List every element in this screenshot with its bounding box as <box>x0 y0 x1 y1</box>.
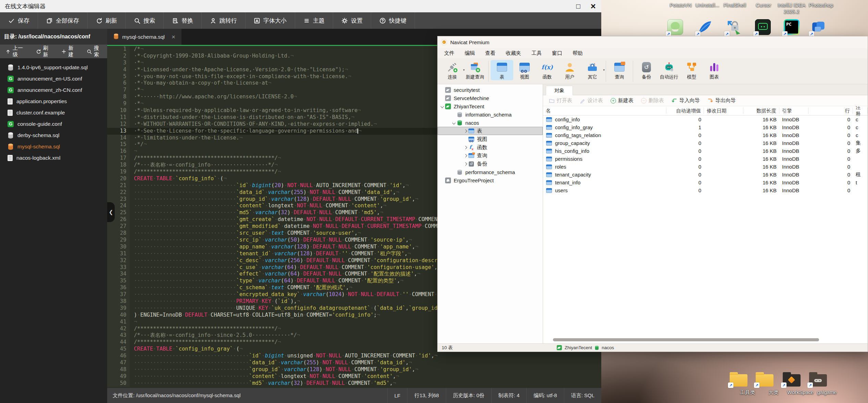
sidebar-plus-button[interactable]: 新建 <box>58 45 82 58</box>
menu-文件[interactable]: 文件 <box>439 50 460 57</box>
desktop-label-FinalShell[interactable]: FinalShell <box>724 2 746 8</box>
tree-expander[interactable] <box>463 155 468 157</box>
folder-shortcut-大类[interactable]: ↗ <box>756 371 773 387</box>
file-item-nacos-logback.xml[interactable]: nacos-logback.xml <box>0 152 107 163</box>
desktop-label-IntelliJ IDEA 2025.2[interactable]: IntelliJ IDEA 2025.2 <box>771 2 812 15</box>
file-item-derby-schema.sql[interactable]: derby-schema.sql <box>0 130 107 141</box>
file-item-application.properties[interactable]: application.properties <box>0 96 107 107</box>
sidebar-search-button[interactable]: 搜索 <box>83 45 107 58</box>
theme-button[interactable]: 主题 <box>295 12 333 29</box>
desktop-label-Uninstall...[interactable]: Uninstall... <box>695 2 719 8</box>
object-tool-import-wizard[interactable]: 导入向导 <box>668 97 703 104</box>
tree-item-performance_schema[interactable]: performance_schema <box>438 168 543 176</box>
sidebar-collapse-handle[interactable]: ❮ <box>107 202 115 222</box>
robot-terminal-shortcut[interactable]: ↗ <box>755 19 771 35</box>
tree-item-securitytest[interactable]: securitytest <box>438 86 543 94</box>
menu-工具[interactable]: 工具 <box>526 50 547 57</box>
file-item-console-guide.conf[interactable]: Gconsole-guide.conf <box>0 118 107 130</box>
blue-feather-shortcut[interactable]: ↗ <box>697 19 713 35</box>
column-header-5[interactable]: 行 <box>808 108 853 114</box>
menu-帮助[interactable]: 帮助 <box>567 50 588 57</box>
table-row-tenant_capacity[interactable]: tenant_capacity016 KBInnoDB0租 <box>543 171 868 179</box>
table-row-config_tags_relation[interactable]: config_tags_relation016 KBInnoDB0c <box>543 131 868 139</box>
column-header-4[interactable]: 引擎 <box>779 108 808 114</box>
navicat-tool-query[interactable]: 查询 <box>608 60 631 80</box>
column-header-0[interactable]: 名 <box>543 108 666 114</box>
remote-lock-shortcut[interactable]: ↗ <box>726 19 742 35</box>
sidebar-up-button[interactable]: 上一级 <box>2 45 31 58</box>
scrollbar-thumb[interactable] <box>553 338 819 341</box>
table-row-permissions[interactable]: permissions016 KBInnoDB0 <box>543 155 868 163</box>
tree-item-查询[interactable]: 查询 <box>438 151 543 160</box>
file-item-cluster.conf.example[interactable]: cluster.conf.example <box>0 107 107 118</box>
folder-shortcut-WorkSpace[interactable]: ↗ <box>783 371 801 387</box>
anime-girl-shortcut[interactable]: ↗ <box>667 19 683 35</box>
table-row-tenant_info[interactable]: tenant_info016 KBInnoDB0t <box>543 179 868 186</box>
desktop-label-PotatoVN[interactable]: PotatoVN <box>670 2 692 8</box>
tree-expander[interactable] <box>463 130 468 132</box>
table-row-his_config_info[interactable]: his_config_info016 KBInnoDB0多 <box>543 147 868 155</box>
shortcuts-button[interactable]: 快捷键 <box>371 12 415 29</box>
replace-button[interactable]: 替换 <box>164 12 202 29</box>
navicat-tool-connect[interactable]: 连接▾ <box>441 60 464 80</box>
maximize-button[interactable]: □ <box>576 3 580 10</box>
object-tool-new-table[interactable]: +新建表 <box>607 97 637 104</box>
folder-label-大类[interactable]: 大类 <box>768 389 779 396</box>
navicat-tool-backup[interactable]: ↺备份 <box>635 60 658 80</box>
navicat-tool-other[interactable]: 其它▾ <box>581 60 604 80</box>
tab-close-icon[interactable]: × <box>172 33 175 41</box>
refresh-button[interactable]: 刷新 <box>88 12 126 29</box>
navicat-tool-view[interactable]: oo视图 <box>513 60 536 80</box>
font-size-button[interactable]: 字体大小 <box>246 12 295 29</box>
column-header-3[interactable]: 数据长度 <box>743 108 779 114</box>
folder-label-工具类[interactable]: 工具类 <box>740 389 755 396</box>
folder-label-WorkSpace[interactable]: WorkSpace <box>787 389 814 395</box>
tree-item-函数[interactable]: fx函数 <box>438 143 543 151</box>
column-header-1[interactable]: 自动递增值 <box>666 108 704 114</box>
tree-expander[interactable] <box>463 146 468 149</box>
tree-expander[interactable] <box>451 122 456 124</box>
navicat-tool-new-query[interactable]: 新建查询 <box>464 60 486 80</box>
navicat-tool-user[interactable]: 用户 <box>558 60 581 80</box>
table-row-config_info[interactable]: config_info016 KBInnoDB0c <box>543 115 868 123</box>
tree-item-备份[interactable]: ↺备份 <box>438 160 543 168</box>
tree-item-ServceMechine[interactable]: ServceMechine <box>438 94 543 102</box>
folder-shortcut-galgame[interactable]: ↗ <box>809 371 827 387</box>
tree-item-表[interactable]: 表 <box>438 127 543 135</box>
navicat-tool-fx[interactable]: f(x)函数 <box>536 60 558 80</box>
tree-item-ZhiyanTecent[interactable]: ZhiyanTecent <box>438 102 543 110</box>
save-all-button[interactable]: 全部保存 <box>38 12 88 29</box>
table-row-roles[interactable]: roles016 KBInnoDB0 <box>543 163 868 171</box>
search-button[interactable]: 搜索 <box>126 12 164 29</box>
horizontal-scrollbar[interactable] <box>546 338 864 341</box>
pycharm-shortcut[interactable]: PC↗ <box>784 19 800 35</box>
dropdown-caret-icon[interactable]: ▾ <box>603 68 605 72</box>
close-button[interactable]: × <box>591 2 596 11</box>
column-header-2[interactable]: 修改日期 <box>704 108 743 114</box>
save-button[interactable]: 保存 <box>0 12 38 29</box>
settings-button[interactable]: 设置 <box>333 12 371 29</box>
tree-expander[interactable] <box>440 105 445 108</box>
tree-item-information_schema[interactable]: information_schema <box>438 110 543 119</box>
navicat-tool-chart[interactable]: 图表 <box>703 60 726 80</box>
breadcrumb-connection[interactable]: ZhiyanTecent <box>565 345 592 350</box>
desktop-label-Cursor[interactable]: Cursor <box>756 2 771 8</box>
table-row-config_info_gray[interactable]: config_info_gray116 KBInnoDB0c <box>543 123 868 131</box>
file-item-1.4.0-ipv6_support-update.sql[interactable]: 1.4.0-ipv6_support-update.sql <box>0 62 107 73</box>
menu-查看[interactable]: 查看 <box>480 50 501 57</box>
tree-expander[interactable] <box>463 163 468 165</box>
tab-objects[interactable]: 对象 <box>546 86 573 95</box>
tree-item-nacos[interactable]: nacos <box>438 119 543 127</box>
table-row-group_capacity[interactable]: group_capacity016 KBInnoDB0集 <box>543 139 868 147</box>
tab-mysql-schema[interactable]: mysql-schema.sql × <box>107 29 181 45</box>
file-item-announcement_zh-CN.conf[interactable]: Gannouncement_zh-CN.conf <box>0 84 107 96</box>
navicat-tool-model[interactable]: 模型 <box>680 60 703 80</box>
sidebar-refresh-button[interactable]: 刷新 <box>33 45 56 58</box>
table-row-users[interactable]: users016 KBInnoDB0 <box>543 186 868 194</box>
menu-收藏夹[interactable]: 收藏夹 <box>501 50 526 57</box>
file-item-announcement_en-US.conf[interactable]: Gannouncement_en-US.conf <box>0 73 107 84</box>
navicat-tool-automation[interactable]: 自动运行 <box>658 60 680 80</box>
folder-label-galgame[interactable]: galgame <box>817 389 837 395</box>
breadcrumb-database[interactable]: nacos <box>602 345 614 350</box>
folder-shortcut-工具类[interactable]: ↗ <box>730 371 747 387</box>
